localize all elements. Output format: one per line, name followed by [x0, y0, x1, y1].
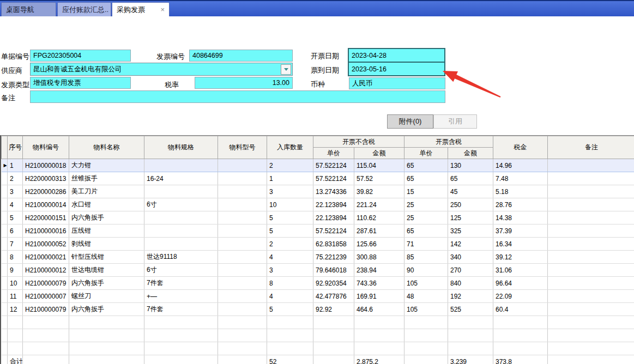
grid-cell[interactable]	[218, 225, 267, 238]
grid-cell[interactable]: 840	[448, 277, 493, 290]
grid-cell[interactable]	[404, 355, 448, 364]
grid-cell[interactable]: 14.96	[493, 159, 548, 172]
grid-cell[interactable]: H2100000021	[23, 251, 69, 264]
grid-cell[interactable]: 57.522124	[313, 225, 354, 238]
row-selector-cell[interactable]	[2, 329, 8, 342]
grid-cell[interactable]	[404, 329, 448, 342]
grid-cell[interactable]: 37.39	[493, 225, 548, 238]
grid-cell[interactable]: 3	[267, 264, 313, 277]
remark-field[interactable]	[30, 90, 445, 103]
grid-cell[interactable]	[218, 264, 267, 277]
grid-cell[interactable]: 5	[8, 211, 23, 225]
grid-cell[interactable]: 340	[448, 251, 493, 264]
grid-cell[interactable]: 压线钳	[69, 225, 144, 238]
close-icon[interactable]: ×	[108, 5, 111, 14]
grid-cell[interactable]	[218, 290, 267, 303]
grid-cell[interactable]: 25	[404, 198, 448, 211]
grid-cell[interactable]: 8	[267, 277, 313, 290]
grid-cell[interactable]: 65	[448, 172, 493, 185]
grid-cell[interactable]: 6寸	[144, 264, 218, 277]
grid-cell[interactable]: H2100000012	[23, 264, 69, 277]
grid-cell[interactable]	[548, 238, 634, 251]
grid-cell[interactable]: 325	[448, 225, 493, 238]
grid-cell[interactable]	[144, 329, 218, 342]
grid-cell[interactable]: 130	[448, 159, 493, 172]
grid-cell[interactable]: 7件套	[144, 277, 218, 290]
grid-cell[interactable]: 6寸	[144, 198, 218, 211]
grid-cell[interactable]	[493, 342, 548, 355]
grid-cell[interactable]: 1	[8, 159, 23, 172]
grid-cell[interactable]: 2	[267, 159, 313, 172]
grid-cell[interactable]: 62.831858	[313, 238, 354, 251]
grid-cell[interactable]	[218, 342, 267, 355]
grid-cell[interactable]: 65	[404, 225, 448, 238]
grid-cell[interactable]: 57.52	[354, 172, 404, 185]
grid-cell[interactable]: H2200000313	[23, 172, 69, 185]
grid-cell[interactable]: 525	[448, 303, 493, 316]
row-selector-cell[interactable]	[2, 198, 8, 211]
grid-cell[interactable]: 13.274336	[313, 185, 354, 198]
grid-cell[interactable]	[493, 316, 548, 329]
grid-cell[interactable]	[8, 342, 23, 355]
grid-cell[interactable]: 192	[448, 290, 493, 303]
grid-cell[interactable]: 7.48	[493, 172, 548, 185]
grid-cell[interactable]: 373.8	[493, 355, 548, 364]
grid-cell[interactable]: 22.123894	[313, 198, 354, 211]
grid-cell[interactable]	[218, 355, 267, 364]
tab-payable-summary[interactable]: 应付账款汇总.. ×	[57, 2, 111, 16]
grid-cell[interactable]	[313, 329, 354, 342]
grid-cell[interactable]: 内六角扳手	[69, 303, 144, 316]
grid-cell[interactable]: 8	[8, 251, 23, 264]
grid-cell[interactable]: 65	[404, 172, 448, 185]
grid-cell[interactable]: 90	[404, 264, 448, 277]
grid-cell[interactable]	[23, 355, 69, 364]
grid-cell[interactable]: 世达91118	[144, 251, 218, 264]
grid-cell[interactable]: 743.36	[354, 277, 404, 290]
grid-cell[interactable]: 3,239	[448, 355, 493, 364]
grid-cell[interactable]: 39.82	[354, 185, 404, 198]
invoice-date-field[interactable]: 2023-04-28	[348, 48, 445, 63]
grid-cell[interactable]	[548, 225, 634, 238]
grid-cell[interactable]: 4	[267, 251, 313, 264]
row-selector-cell[interactable]	[2, 172, 8, 185]
grid-cell[interactable]: 22.09	[493, 290, 548, 303]
grid-cell[interactable]: 美工刀片	[69, 185, 144, 198]
grid-cell[interactable]: 60.4	[493, 303, 548, 316]
grid-cell[interactable]: 125	[448, 211, 493, 225]
grid-cell[interactable]	[354, 316, 404, 329]
grid-cell[interactable]: +—	[144, 290, 218, 303]
grid-cell[interactable]: 4	[8, 198, 23, 211]
grid-cell[interactable]	[548, 342, 634, 355]
grid-cell[interactable]: 10	[267, 198, 313, 211]
grid-cell[interactable]	[8, 329, 23, 342]
grid-cell[interactable]: 内六角扳手	[69, 211, 144, 225]
grid-cell[interactable]: H2200000286	[23, 185, 69, 198]
grid-cell[interactable]: 5	[267, 211, 313, 225]
grid-cell[interactable]: 25	[404, 211, 448, 225]
bill-no-field[interactable]: FPG202305004	[30, 50, 131, 62]
grid-cell[interactable]: 57.522124	[313, 172, 354, 185]
grid-cell[interactable]	[548, 172, 634, 185]
grid-cell[interactable]: 2	[8, 172, 23, 185]
grid-cell[interactable]: 31.06	[493, 264, 548, 277]
grid-cell[interactable]	[548, 211, 634, 225]
grid-cell[interactable]: 169.91	[354, 290, 404, 303]
grid-cell[interactable]: 125.66	[354, 238, 404, 251]
grid-cell[interactable]: 464.6	[354, 303, 404, 316]
reference-button[interactable]: 引用	[433, 114, 477, 129]
grid-cell[interactable]: 11	[8, 290, 23, 303]
grid-cell[interactable]	[448, 316, 493, 329]
grid-cell[interactable]: 5	[267, 225, 313, 238]
grid-cell[interactable]	[69, 342, 144, 355]
grid-cell[interactable]: 45	[448, 185, 493, 198]
grid-cell[interactable]	[218, 198, 267, 211]
grid-cell[interactable]: 剥线钳	[69, 238, 144, 251]
grid-cell[interactable]: 110.62	[354, 211, 404, 225]
grid-cell[interactable]	[548, 316, 634, 329]
row-selector-cell[interactable]	[2, 185, 8, 198]
grid-cell[interactable]: H2200000151	[23, 211, 69, 225]
currency-field[interactable]: 人民币	[349, 77, 445, 89]
grid-cell[interactable]: 内六角扳手	[69, 277, 144, 290]
grid-cell[interactable]: 10	[8, 277, 23, 290]
grid-cell[interactable]: 39.12	[493, 251, 548, 264]
